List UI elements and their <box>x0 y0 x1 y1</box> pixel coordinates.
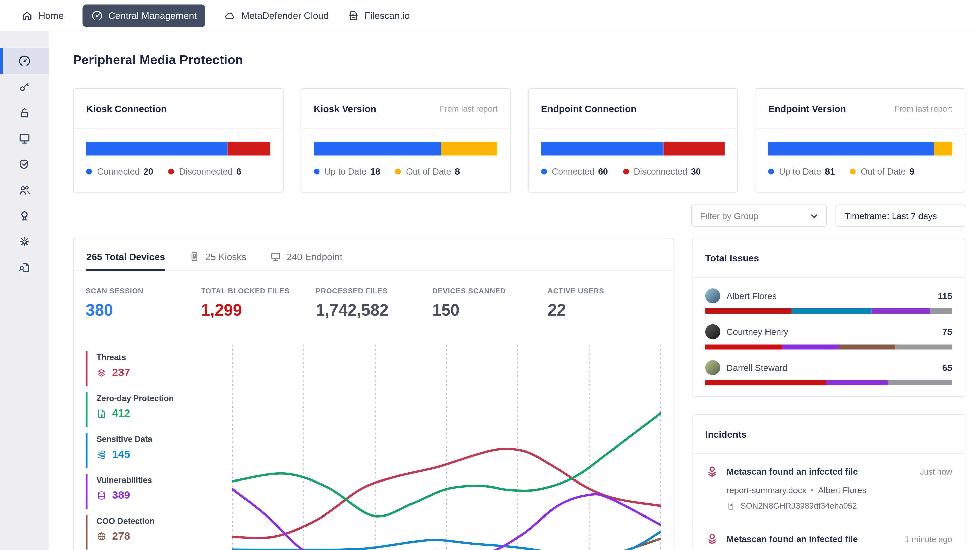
sidebar-item-security[interactable] <box>0 100 49 125</box>
legend-label: Connected <box>97 166 140 176</box>
sidebar-item-users[interactable] <box>0 177 49 203</box>
nodes-icon <box>97 450 107 460</box>
legend-entry: Out of Date9 <box>850 166 915 176</box>
issue-row[interactable]: Darrell Steward65 <box>693 360 965 385</box>
layers-icon <box>97 368 107 378</box>
summary-card-title: Endpoint Connection <box>541 103 636 114</box>
summary-card-kiosk-connection: Kiosk ConnectionConnected20Disconnected6 <box>73 88 283 193</box>
incident-file-user: report-summary.docx•Albert Flores <box>727 485 952 495</box>
tab-25-kiosks[interactable]: 25 Kiosks <box>189 251 246 271</box>
legend-value: 30 <box>691 166 701 176</box>
legend-value: 81 <box>825 166 835 176</box>
nav-item-central-management[interactable]: Central Management <box>83 4 206 27</box>
stat-value: 150 <box>432 300 548 320</box>
sidebar-item-reports[interactable] <box>0 254 49 280</box>
database-icon <box>97 491 107 501</box>
filters-row: Filter by Group Timeframe: Last 7 days <box>691 205 966 227</box>
incident-time: Just now <box>920 465 952 477</box>
chart-legend-item-threats[interactable]: Threats237 <box>86 351 228 386</box>
incident-item[interactable]: Metascan found an infected file1 minute … <box>693 521 965 550</box>
legend-dot-icon <box>86 168 92 174</box>
summary-card-legend: Connected20Disconnected6 <box>86 166 270 176</box>
monitor-icon <box>18 132 31 144</box>
stacked-bar <box>541 142 725 155</box>
nav-item-label: MetaDefender Cloud <box>242 10 329 21</box>
sidebar-item-settings[interactable] <box>0 229 49 255</box>
chart-legend-item-sensitive-data[interactable]: Sensitive Data145 <box>86 433 228 468</box>
issue-stacked-bar <box>705 380 952 385</box>
gear-icon <box>18 235 31 248</box>
tab-240-endpoint[interactable]: 240 Endpoint <box>270 251 342 271</box>
incident-item[interactable]: Metascan found an infected fileJust nowr… <box>693 454 965 511</box>
stat-processed-files: PROCESSED FILES1,742,582 <box>316 287 433 320</box>
incident-user: Albert Flores <box>818 485 866 495</box>
tab-label: 25 Kiosks <box>205 251 246 262</box>
summary-card-endpoint-connection: Endpoint ConnectionConnected60Disconnect… <box>528 88 738 193</box>
incident-header: Metascan found an infected file1 minute … <box>705 533 952 547</box>
tab-label: 240 Endpoint <box>286 251 342 262</box>
issue-row[interactable]: Courtney Henry75 <box>693 324 965 350</box>
chart-legend-total: 278 <box>112 530 130 543</box>
nav-item-metadefender-cloud[interactable]: MetaDefender Cloud <box>224 10 329 21</box>
nav-item-label: Home <box>38 10 64 21</box>
incidents-title: Incidents <box>693 415 965 454</box>
chart-legend-item-coo-detection[interactable]: COO Detection278 <box>86 515 228 550</box>
chart-legend-total: 412 <box>112 407 130 420</box>
bar-segment <box>86 142 228 155</box>
timeframe-select[interactable]: Timeframe: Last 7 days <box>835 205 966 227</box>
issue-stacked-bar <box>705 309 952 314</box>
stat-value: 380 <box>86 300 201 320</box>
total-issues-title: Total Issues <box>693 239 965 278</box>
sidebar-item-dashboard[interactable] <box>0 48 49 74</box>
issue-row-header: Darrell Steward65 <box>705 360 952 375</box>
stat-scan-session: SCAN SESSION380 <box>86 287 201 320</box>
nav-item-home[interactable]: Home <box>21 10 64 21</box>
incident-title: Metascan found an infected file <box>727 465 858 477</box>
chart-legend-total-row: 389 <box>97 489 228 502</box>
bar-segment <box>313 142 441 155</box>
issue-row-header: Courtney Henry75 <box>705 324 952 339</box>
document-search-icon <box>18 261 31 274</box>
bar-segment <box>826 380 888 385</box>
stat-value: 22 <box>548 300 604 320</box>
nav-item-filescan-io[interactable]: Filescan.io <box>348 10 410 21</box>
issue-row[interactable]: Albert Flores115 <box>693 288 965 314</box>
award-icon <box>18 209 31 222</box>
stat-label: ACTIVE USERS <box>548 287 604 295</box>
legend-label: Out of Date <box>406 166 451 176</box>
page-title: Peripheral Media Protection <box>73 53 243 68</box>
incidents-card: Incidents Metascan found an infected fil… <box>692 414 966 550</box>
bar-segment <box>895 344 952 350</box>
shield-check-icon <box>18 158 31 170</box>
chart-legend-label: Zero-day Protection <box>97 392 228 403</box>
bar-segment <box>441 142 498 155</box>
sidebar-item-certifications[interactable] <box>0 203 49 229</box>
key-icon <box>18 80 31 93</box>
tab-265-total-devices[interactable]: 265 Total Devices <box>86 251 165 271</box>
filter-by-group-select[interactable]: Filter by Group <box>691 205 827 227</box>
legend-label: Connected <box>552 166 594 176</box>
issue-count: 75 <box>942 327 952 337</box>
bar-segment <box>791 309 871 314</box>
chart-legend-total-row: 145 <box>97 448 228 461</box>
legend-label: Out of Date <box>861 166 906 176</box>
devices-panel: 265 Total Devices25 Kiosks240 Endpoint S… <box>73 238 674 550</box>
chart-legend-item-zero-day-protection[interactable]: Zero-day Protection412 <box>86 392 228 427</box>
legend-entry: Connected20 <box>86 166 153 176</box>
bar-segment <box>934 142 952 155</box>
legend-label: Disconnected <box>634 166 687 176</box>
bar-segment <box>838 344 895 350</box>
chart-legend-item-vulnerabilities[interactable]: Vulnerabilities389 <box>86 474 228 509</box>
sidebar-item-policies[interactable] <box>0 151 49 177</box>
sidebar-item-devices[interactable] <box>0 125 49 151</box>
cloud-icon <box>224 10 235 21</box>
bar-segment <box>541 142 663 155</box>
issue-user-name: Courtney Henry <box>727 327 788 337</box>
bar-segment <box>705 309 792 314</box>
tab-label: 265 Total Devices <box>86 251 165 262</box>
kiosk-icon <box>189 251 200 262</box>
sidebar-item-licenses[interactable] <box>0 74 49 100</box>
issue-count: 65 <box>942 363 952 373</box>
monitor-icon <box>270 251 281 262</box>
legend-label: Disconnected <box>179 166 233 176</box>
